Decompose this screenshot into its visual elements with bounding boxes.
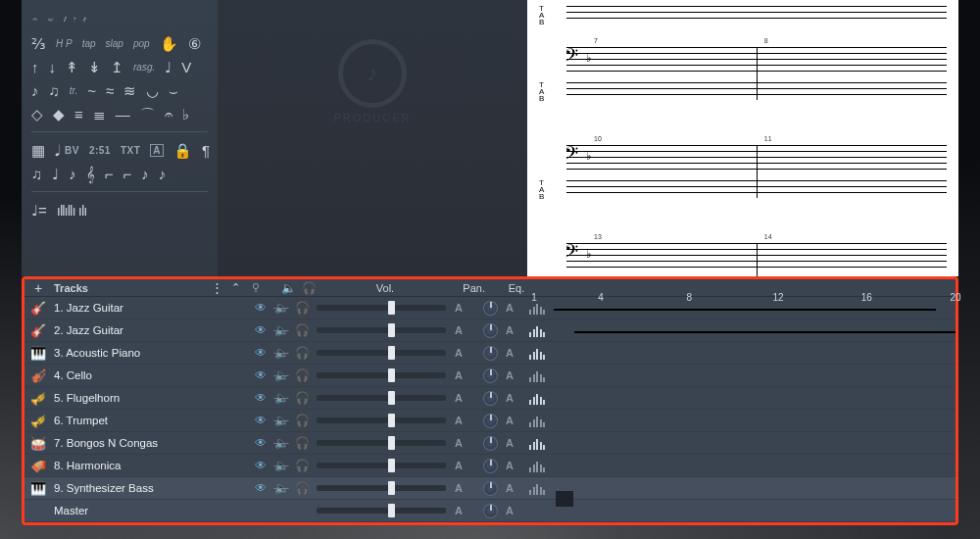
vol-auto[interactable]: A: [452, 324, 466, 336]
tempo-label[interactable]: ♩=: [31, 203, 47, 218]
visibility-icon[interactable]: 👁: [254, 301, 269, 316]
add-track-button[interactable]: +: [30, 280, 46, 296]
visibility-icon[interactable]: 👁: [254, 459, 269, 473]
pin-icon[interactable]: ⚲: [252, 281, 260, 294]
pan-auto[interactable]: A: [503, 482, 516, 494]
solo-icon[interactable]: 🎧: [295, 368, 310, 383]
bv-label[interactable]: BV: [65, 145, 79, 156]
volume-slider[interactable]: [317, 395, 446, 401]
track-name[interactable]: 3. Acoustic Piano: [52, 347, 230, 359]
solo-icon[interactable]: 🎧: [295, 391, 310, 406]
eq-icon[interactable]: [529, 369, 545, 382]
tracks-menu-icon[interactable]: ⋮: [211, 280, 223, 295]
pan-knob[interactable]: [483, 436, 498, 451]
solo-icon[interactable]: 🎧: [295, 414, 310, 428]
track-name[interactable]: 4. Cello: [52, 369, 230, 381]
pan-auto[interactable]: A: [503, 392, 516, 404]
eq-icon[interactable]: [529, 437, 545, 450]
volume-slider[interactable]: [317, 417, 446, 423]
vol-auto[interactable]: A: [452, 505, 466, 516]
solo-icon[interactable]: 🎧: [295, 301, 310, 316]
document-canvas[interactable]: ♪ PRODUCER: [218, 0, 527, 276]
glyph[interactable]: ↟: [66, 60, 78, 74]
pan-auto[interactable]: A: [503, 505, 516, 516]
mute-icon[interactable]: 🔈: [274, 414, 289, 428]
hand-icon[interactable]: ✋: [160, 36, 178, 51]
vol-auto[interactable]: A: [452, 302, 466, 314]
tap-label[interactable]: tap: [82, 38, 96, 49]
pan-auto[interactable]: A: [503, 347, 516, 359]
track-row[interactable]: 🪗8. Harmonica👁🔈🎧AA: [24, 455, 956, 477]
score-page[interactable]: TAB𝄢♭78TAB𝄢♭1011TAB𝄢♭1314TAB: [527, 0, 958, 276]
txt-label[interactable]: TXT: [121, 145, 140, 156]
glyph[interactable]: ≋: [123, 83, 136, 98]
dynamic-glyph[interactable]: 𝄐: [31, 14, 37, 25]
eq-icon[interactable]: [529, 392, 545, 405]
mute-icon[interactable]: 🔈: [274, 436, 289, 451]
visibility-icon[interactable]: 👁: [254, 346, 269, 361]
glyph[interactable]: ♩: [165, 60, 172, 74]
pop-label[interactable]: pop: [133, 38, 150, 49]
glyph[interactable]: ♭: [182, 107, 189, 122]
solo-icon[interactable]: 🎧: [295, 323, 310, 338]
glyph[interactable]: ≡: [74, 107, 83, 122]
glyph[interactable]: ⌐: [105, 167, 114, 181]
empty-region[interactable]: [556, 491, 573, 507]
track-name[interactable]: 6. Trumpet: [52, 415, 230, 426]
pilcrow-icon[interactable]: ¶: [202, 143, 210, 158]
glyph[interactable]: ↑: [31, 60, 39, 74]
track-name[interactable]: 8. Harmonica: [52, 460, 230, 471]
volume-slider[interactable]: [317, 463, 446, 468]
glyph[interactable]: ◇: [31, 107, 43, 122]
visibility-icon[interactable]: 👁: [254, 368, 269, 383]
glyph[interactable]: ↥: [111, 60, 123, 74]
time-label[interactable]: 2:51: [89, 145, 111, 156]
vol-auto[interactable]: A: [452, 392, 466, 404]
glyph[interactable]: ≈: [106, 83, 114, 98]
rasg-label[interactable]: rasg.: [133, 62, 155, 73]
volume-slider[interactable]: [317, 350, 446, 356]
clip[interactable]: [554, 309, 936, 311]
glyph[interactable]: ♪: [159, 167, 167, 181]
vol-auto[interactable]: A: [452, 437, 466, 449]
glyph[interactable]: ♪: [69, 167, 76, 181]
volume-slider[interactable]: [317, 305, 446, 311]
fraction-icon[interactable]: ⅔: [31, 36, 46, 51]
glyph[interactable]: ⌐: [123, 167, 132, 181]
clip[interactable]: [574, 331, 956, 333]
track-row[interactable]: 🎻4. Cello👁🔈🎧AA: [24, 365, 956, 387]
volume-slider[interactable]: [317, 485, 446, 491]
pan-auto[interactable]: A: [503, 460, 516, 471]
glyph[interactable]: ◆: [53, 107, 65, 122]
volume-slider[interactable]: [317, 327, 446, 333]
visibility-icon[interactable]: 👁: [254, 414, 269, 428]
track-row[interactable]: 🎹3. Acoustic Piano👁🔈🎧AA: [24, 342, 956, 365]
mute-icon[interactable]: 🔈: [274, 368, 289, 383]
pan-auto[interactable]: A: [503, 302, 516, 314]
pan-knob[interactable]: [483, 368, 498, 383]
glyph[interactable]: ↡: [88, 60, 101, 74]
vol-auto[interactable]: A: [452, 369, 466, 381]
visibility-icon[interactable]: 👁: [254, 391, 269, 406]
eq-icon[interactable]: [529, 324, 545, 337]
solo-icon[interactable]: 🎧: [295, 459, 310, 473]
track-row[interactable]: 🎸1. Jazz Guitar👁🔈🎧AA: [24, 297, 956, 319]
solo-header-icon[interactable]: 🎧: [302, 281, 317, 295]
visibility-icon[interactable]: 👁: [254, 323, 269, 338]
eq-icon[interactable]: [529, 347, 545, 360]
visibility-icon[interactable]: 👁: [254, 481, 269, 496]
visibility-icon[interactable]: 👁: [254, 436, 269, 451]
track-name[interactable]: 1. Jazz Guitar: [52, 302, 230, 314]
master-row[interactable]: MasterAA: [24, 500, 956, 522]
mute-icon[interactable]: 🔈: [274, 301, 289, 316]
glyph[interactable]: 𝄐: [165, 107, 172, 122]
solo-icon[interactable]: 🎧: [295, 436, 310, 451]
track-name[interactable]: 9. Synthesizer Bass: [52, 482, 230, 494]
glyph[interactable]: ♪: [141, 167, 149, 181]
track-row[interactable]: 🥁7. Bongos N Congas👁🔈🎧AA: [24, 432, 956, 455]
meter-icon[interactable]: ıllıllı ılı: [57, 203, 87, 218]
glyph[interactable]: ≣: [93, 107, 106, 122]
pan-knob[interactable]: [483, 481, 498, 496]
glyph[interactable]: ♫: [49, 83, 60, 98]
pan-knob[interactable]: [483, 459, 498, 473]
